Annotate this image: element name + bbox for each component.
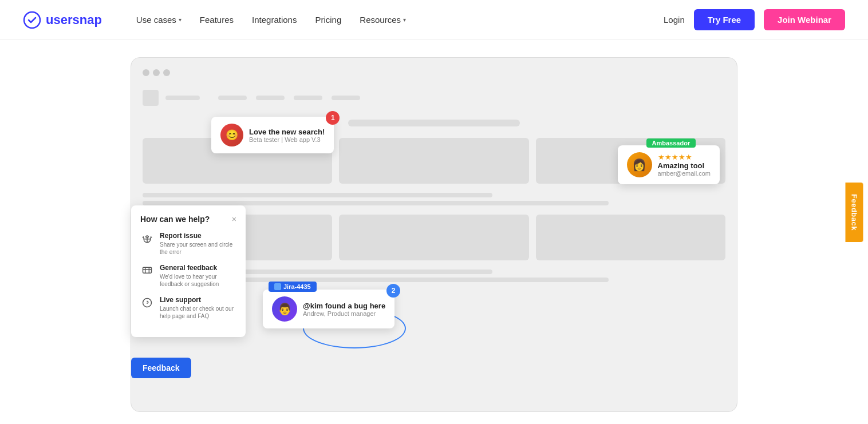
jira-icon (274, 283, 281, 290)
widget-feedback-title: General feedback (160, 264, 236, 272)
jira-badge: Jira-4435 (269, 282, 317, 292)
widget-item-text-support: Live support Launch chat or check out ou… (160, 296, 236, 320)
mock-grid2-item-3 (536, 215, 725, 260)
stars: ★★★★★ (658, 153, 711, 161)
window-dot-1 (143, 69, 149, 76)
widget-item-support[interactable]: Live support Launch chat or check out ou… (140, 296, 236, 320)
support-icon (140, 296, 154, 310)
feedback-side-tab[interactable]: Feedback (846, 183, 863, 242)
avatar-user1: 😊 (220, 124, 243, 146)
annotation-card-ambassador: Ambassador 👩 ★★★★★ Amazing tool amber@em… (618, 145, 720, 184)
amazing-title: Amazing tool (658, 161, 711, 170)
nav-right: Login Try Free Join Webinar (664, 9, 845, 30)
window-dot-3 (163, 69, 170, 76)
bug-icon (140, 232, 154, 245)
mock-grid-item-2 (339, 138, 528, 184)
widget-report-desc: Share your screen and circle the error (160, 241, 236, 256)
mock-line-2 (143, 201, 609, 205)
chevron-down-icon-2: ▾ (403, 17, 406, 23)
mock-site-name (165, 96, 200, 100)
mock-nav-bar-2 (256, 96, 285, 100)
widget-item-text-feedback: General feedback We'd love to hear your … (160, 264, 236, 288)
mock-search-bar (348, 120, 520, 126)
svg-point-0 (24, 12, 40, 28)
widget-header: How can we help? × (140, 215, 236, 224)
badge-2: 2 (386, 284, 400, 298)
chat-icon (140, 264, 154, 278)
annotation-card-bug: Jira-4435 2 👨 @kim found a bug here Andr… (263, 290, 394, 328)
svg-rect-1 (143, 267, 152, 273)
annotation-text-1: Love the new search! Beta tester | Web a… (249, 128, 325, 143)
try-free-button[interactable]: Try Free (694, 9, 755, 30)
widget-support-title: Live support (160, 296, 236, 304)
feedback-button[interactable]: Feedback (131, 358, 191, 378)
mock-lines-1 (143, 193, 725, 205)
widget-report-title: Report issue (160, 232, 236, 240)
ambassador-badge: Ambassador (646, 138, 696, 148)
nav-use-cases[interactable]: Use cases ▾ (136, 15, 182, 25)
logo-icon (23, 11, 41, 29)
feedback-widget: How can we help? × Report issue Share yo… (131, 205, 246, 337)
widget-support-desc: Launch chat or check out our help page a… (160, 305, 236, 320)
widget-item-report[interactable]: Report issue Share your screen and circl… (140, 232, 236, 256)
join-webinar-button[interactable]: Join Webinar (764, 9, 845, 30)
annotation-card-love-search: 1 😊 Love the new search! Beta tester | W… (211, 117, 334, 153)
page-content: 1 😊 Love the new search! Beta tester | W… (143, 85, 725, 383)
widget-item-text-report: Report issue Share your screen and circl… (160, 232, 236, 256)
mock-topbar (143, 85, 725, 110)
amazing-email: amber@email.com (658, 170, 711, 177)
nav-resources[interactable]: Resources ▾ (360, 15, 406, 25)
nav-features[interactable]: Features (200, 15, 234, 25)
mock-grid2-item-2 (339, 215, 528, 260)
mock-logo-box (143, 90, 159, 106)
main-content: 1 😊 Love the new search! Beta tester | W… (0, 40, 868, 424)
window-dots (143, 69, 725, 76)
mock-nav-bar-4 (332, 96, 360, 100)
nav-pricing[interactable]: Pricing (315, 15, 341, 25)
annotation-title-1: Love the new search! (249, 128, 325, 136)
mock-nav-items (218, 96, 360, 100)
annotation-text-2: ★★★★★ Amazing tool amber@email.com (658, 153, 711, 177)
bug-title: @kim found a bug here (303, 302, 385, 310)
mock-nav-bar-3 (294, 96, 322, 100)
nav-integrations[interactable]: Integrations (252, 15, 297, 25)
widget-title: How can we help? (140, 215, 210, 224)
navigation: usersnap Use cases ▾ Features Integratio… (0, 0, 868, 40)
login-button[interactable]: Login (664, 15, 685, 25)
mock-nav-bar-1 (218, 96, 247, 100)
avatar-amber: 👩 (627, 152, 652, 177)
app-window: 1 😊 Love the new search! Beta tester | W… (131, 57, 737, 412)
mock-line-1 (143, 193, 492, 197)
widget-feedback-desc: We'd love to hear your feedback or sugge… (160, 273, 236, 288)
widget-item-feedback[interactable]: General feedback We'd love to hear your … (140, 264, 236, 288)
logo-text: usersnap (46, 13, 102, 27)
avatar-kim: 👨 (272, 296, 297, 322)
annotation-sub-1: Beta tester | Web app V.3 (249, 136, 325, 143)
bug-sub: Andrew, Product manager (303, 310, 385, 317)
svg-point-2 (143, 299, 152, 307)
logo[interactable]: usersnap (23, 11, 102, 29)
chevron-down-icon: ▾ (179, 17, 182, 23)
annotation-text-3: @kim found a bug here Andrew, Product ma… (303, 302, 385, 317)
nav-links: Use cases ▾ Features Integrations Pricin… (136, 15, 664, 25)
widget-close-button[interactable]: × (232, 215, 236, 224)
window-dot-2 (153, 69, 160, 76)
